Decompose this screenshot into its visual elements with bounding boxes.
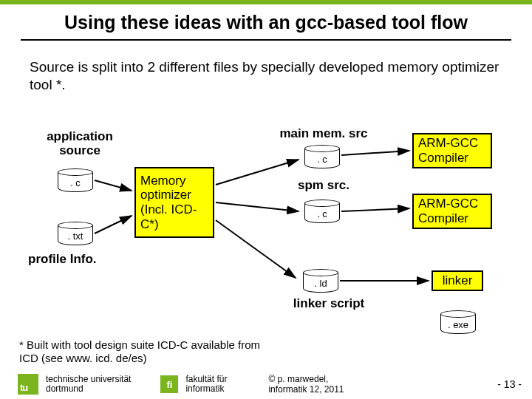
box-arm-gcc-1-label: ARM-GCC Compiler xyxy=(418,136,478,165)
file-app-c-label: . c xyxy=(58,177,93,188)
box-memory-optimizer-label: Memory optimizer (Incl. ICD- C*) xyxy=(140,174,197,231)
slide-title: Using these ideas with an gcc-based tool… xyxy=(21,12,511,33)
footer-uni-line2: dortmund xyxy=(46,384,131,394)
svg-line-5 xyxy=(341,151,409,155)
box-arm-gcc-2-label: ARM-GCC Compiler xyxy=(418,197,478,225)
footer: tu technische universität dortmund fi fa… xyxy=(0,369,532,399)
box-memory-optimizer: Memory optimizer (Incl. ICD- C*) xyxy=(134,167,214,238)
file-ld-label: . ld xyxy=(303,278,338,289)
title-block: Using these ideas with an gcc-based tool… xyxy=(0,4,532,45)
diagram: application source . c . txt profile Inf… xyxy=(0,117,532,338)
label-profile-info: profile Info. xyxy=(28,253,97,267)
file-profile-txt: . txt xyxy=(58,222,93,245)
page-number: - 13 - xyxy=(497,378,522,390)
box-arm-gcc-1: ARM-GCC Compiler xyxy=(412,133,492,168)
footer-university: technische universität dortmund xyxy=(46,375,131,394)
svg-line-4 xyxy=(216,220,296,278)
svg-line-0 xyxy=(95,180,132,191)
title-rule xyxy=(21,39,511,41)
file-app-c: . c xyxy=(58,168,93,192)
file-profile-txt-label: . txt xyxy=(58,231,93,242)
file-spm-c-label: . c xyxy=(304,208,340,219)
tu-logo: tu xyxy=(18,374,38,395)
svg-line-6 xyxy=(341,208,409,211)
file-exe-label: . exe xyxy=(440,319,476,330)
box-linker: linker xyxy=(432,270,483,291)
label-application-source: application source xyxy=(35,130,124,157)
file-main-c: . c xyxy=(304,145,340,168)
box-linker-label: linker xyxy=(443,273,473,288)
file-ld: . ld xyxy=(303,269,338,293)
footer-faculty: fakultät für informatik xyxy=(185,375,227,394)
footer-credit-line2: informatik 12, 2011 xyxy=(268,384,344,395)
file-exe: . exe xyxy=(440,310,476,334)
label-main-mem-src: main mem. src xyxy=(265,127,383,141)
label-linker-script: linker script xyxy=(281,297,377,311)
file-spm-c: . c xyxy=(304,200,340,223)
footnote: * Built with tool design suite ICD-C ava… xyxy=(19,338,270,365)
footer-fac-line2: informatik xyxy=(185,384,227,394)
svg-line-1 xyxy=(95,216,132,233)
file-main-c-label: . c xyxy=(304,154,340,165)
intro-text: Source is split into 2 different files b… xyxy=(0,45,532,97)
footer-credit: © p. marwedel, informatik 12, 2011 xyxy=(268,374,344,395)
svg-line-3 xyxy=(216,202,299,211)
fi-logo: fi xyxy=(160,375,178,393)
footer-credit-line1: © p. marwedel, xyxy=(268,374,344,384)
label-spm-src: spm src. xyxy=(279,179,368,193)
box-arm-gcc-2: ARM-GCC Compiler xyxy=(412,194,492,229)
